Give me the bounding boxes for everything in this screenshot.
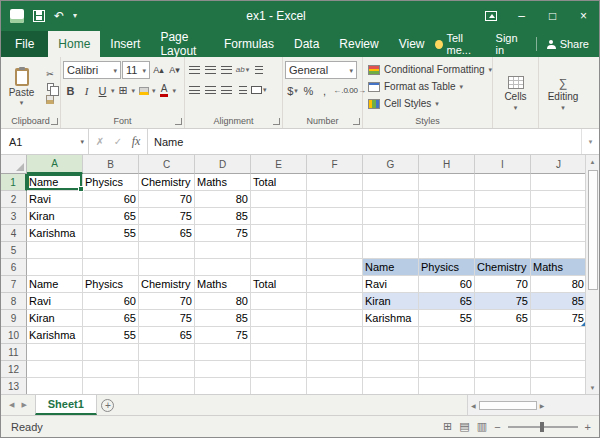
cell-G13[interactable]	[363, 378, 419, 394]
orientation-button[interactable]: ab▾	[235, 61, 250, 78]
row-header-5[interactable]: 5	[1, 242, 27, 259]
new-sheet-button[interactable]: +	[97, 395, 119, 415]
decrease-decimal-button[interactable]: .00→	[349, 82, 364, 99]
cell-C3[interactable]: 75	[139, 208, 195, 225]
select-all-button[interactable]	[1, 155, 27, 174]
cell-A11[interactable]	[27, 344, 83, 361]
cell-I12[interactable]	[475, 361, 531, 378]
horizontal-scrollbar-thumb[interactable]	[479, 401, 537, 410]
cell-B13[interactable]	[83, 378, 139, 394]
cell-F13[interactable]	[307, 378, 363, 394]
minimize-button[interactable]: –	[506, 1, 537, 31]
align-center-button[interactable]	[203, 81, 218, 98]
number-format-select[interactable]: General ▾	[285, 61, 357, 79]
cell-H11[interactable]	[419, 344, 475, 361]
cell-C5[interactable]	[139, 242, 195, 259]
underline-caret-icon[interactable]: ▾	[111, 87, 115, 94]
cell-D11[interactable]	[195, 344, 251, 361]
cell-G6[interactable]: Name	[363, 259, 419, 276]
row-header-2[interactable]: 2	[1, 191, 27, 208]
cell-G7[interactable]: Ravi	[363, 276, 419, 293]
cell-G2[interactable]	[363, 191, 419, 208]
cell-H4[interactable]	[419, 225, 475, 242]
align-right-button[interactable]	[219, 81, 234, 98]
zoom-slider-thumb[interactable]	[540, 422, 544, 432]
cell-E13[interactable]	[251, 378, 307, 394]
cell-H12[interactable]	[419, 361, 475, 378]
normal-view-button[interactable]: ⊞	[443, 420, 452, 433]
paste-button[interactable]: Paste ▾	[4, 59, 40, 114]
cancel-button[interactable]: ✗	[91, 136, 109, 147]
formula-input[interactable]: Name	[148, 129, 581, 154]
cell-H5[interactable]	[419, 242, 475, 259]
cell-C1[interactable]: Chemistry	[139, 174, 195, 191]
cell-C10[interactable]: 65	[139, 327, 195, 344]
column-header-J[interactable]: J	[531, 155, 585, 174]
row-header-1[interactable]: 1	[1, 174, 27, 191]
share-button[interactable]: Share	[547, 38, 589, 50]
percent-style-button[interactable]: %	[301, 82, 316, 99]
cell-J3[interactable]	[531, 208, 585, 225]
cell-A4[interactable]: Karishma	[27, 225, 83, 242]
cell-B4[interactable]: 55	[83, 225, 139, 242]
cut-button[interactable]: ✂	[43, 68, 58, 79]
cell-H1[interactable]	[419, 174, 475, 191]
cell-J7[interactable]: 80	[531, 276, 585, 293]
format-as-table-button[interactable]: Format as Table ▾	[365, 78, 490, 95]
cell-F6[interactable]	[307, 259, 363, 276]
cell-I9[interactable]: 65	[475, 310, 531, 327]
cell-B2[interactable]: 60	[83, 191, 139, 208]
cell-A7[interactable]: Name	[27, 276, 83, 293]
tab-data[interactable]: Data	[284, 31, 329, 57]
cell-J1[interactable]	[531, 174, 585, 191]
cell-D6[interactable]	[195, 259, 251, 276]
row-header-4[interactable]: 4	[1, 225, 27, 242]
tab-page-layout[interactable]: Page Layout	[150, 31, 214, 57]
cell-G9[interactable]: Karishma	[363, 310, 419, 327]
fill-color-caret-icon[interactable]: ▾	[152, 87, 156, 94]
cell-J9[interactable]: 75	[531, 310, 585, 327]
column-header-A[interactable]: A	[27, 155, 83, 174]
cell-E10[interactable]	[251, 327, 307, 344]
tab-review[interactable]: Review	[329, 31, 388, 57]
cell-styles-button[interactable]: Cell Styles ▾	[365, 95, 490, 112]
cell-H3[interactable]	[419, 208, 475, 225]
cell-A3[interactable]: Kiran	[27, 208, 83, 225]
cell-E12[interactable]	[251, 361, 307, 378]
cell-F3[interactable]	[307, 208, 363, 225]
column-header-I[interactable]: I	[475, 155, 531, 174]
cell-D5[interactable]	[195, 242, 251, 259]
cell-I4[interactable]	[475, 225, 531, 242]
tell-me-box[interactable]: Tell me...	[435, 32, 486, 56]
cell-I7[interactable]: 70	[475, 276, 531, 293]
align-bottom-button[interactable]	[219, 61, 234, 78]
cell-F12[interactable]	[307, 361, 363, 378]
underline-button[interactable]: U	[95, 82, 110, 99]
tab-formulas[interactable]: Formulas	[214, 31, 284, 57]
scroll-up-button[interactable]: ▲	[590, 155, 596, 168]
shrink-font-button[interactable]: A▾	[167, 62, 182, 79]
conditional-formatting-button[interactable]: Conditional Formatting ▾	[365, 61, 490, 78]
cell-C4[interactable]: 65	[139, 225, 195, 242]
merge-center-button[interactable]: ▾	[251, 81, 267, 98]
cell-C11[interactable]	[139, 344, 195, 361]
cell-J5[interactable]	[531, 242, 585, 259]
zoom-in-button[interactable]: +	[585, 421, 591, 433]
cell-B6[interactable]	[83, 259, 139, 276]
cell-J13[interactable]	[531, 378, 585, 394]
scroll-left-button[interactable]: ◀	[471, 402, 476, 409]
cells-button[interactable]: Cells ▾	[495, 59, 536, 128]
format-painter-button[interactable]	[43, 94, 58, 105]
cell-G12[interactable]	[363, 361, 419, 378]
cell-I11[interactable]	[475, 344, 531, 361]
borders-caret-icon[interactable]: ▾	[132, 87, 136, 94]
cell-C7[interactable]: Chemistry	[139, 276, 195, 293]
cell-H2[interactable]	[419, 191, 475, 208]
cell-I8[interactable]: 75	[475, 293, 531, 310]
cell-H9[interactable]: 55	[419, 310, 475, 327]
cell-B1[interactable]: Physics	[83, 174, 139, 191]
row-header-8[interactable]: 8	[1, 293, 27, 310]
cell-C13[interactable]	[139, 378, 195, 394]
cell-J12[interactable]	[531, 361, 585, 378]
cell-B3[interactable]: 65	[83, 208, 139, 225]
